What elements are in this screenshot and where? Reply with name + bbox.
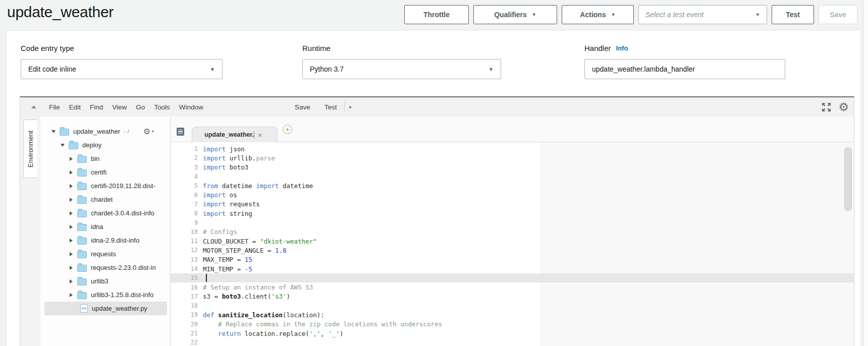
editor-test-menu[interactable]: Test [324, 103, 337, 111]
line-number: 7 [171, 201, 203, 208]
tree-item-urllib3[interactable]: urllib3 [44, 274, 167, 288]
tree-item-requests[interactable]: requests [44, 247, 167, 261]
text-cursor [206, 274, 207, 282]
tree-settings-gear-icon[interactable]: ⚙▾ [143, 128, 154, 136]
code-line-13: 13MAX_TEMP = 15 [171, 255, 854, 264]
test-button[interactable]: Test [772, 5, 814, 24]
line-number: 22 [171, 339, 203, 346]
collapse-panel-icon[interactable] [31, 105, 36, 108]
chevron-down-icon[interactable] [61, 144, 65, 147]
chevron-right-icon[interactable] [70, 239, 73, 243]
chevron-right-icon[interactable] [70, 252, 73, 256]
code-line-9: 9 [171, 218, 854, 227]
code-line-6: 6import os [171, 190, 854, 199]
chevron-right-icon[interactable] [70, 225, 73, 229]
environment-tab-label: Environment [27, 131, 34, 167]
chevron-down-icon: ▼ [755, 13, 760, 17]
line-number: 20 [171, 321, 203, 328]
line-number: 15 [171, 274, 203, 281]
tree-item-deploy[interactable]: deploy [44, 138, 167, 152]
chevron-right-icon[interactable] [70, 279, 73, 283]
line-number: 4 [171, 173, 203, 180]
tab-list-icon[interactable] [177, 128, 184, 136]
chevron-down-icon: ▼ [210, 67, 215, 72]
tree-item-label: deploy [82, 141, 101, 149]
tree-item-label: urllib3-1.25.8.dist-info [91, 291, 153, 299]
code-pane: update_weather. × + 1import json2import … [171, 117, 854, 346]
throttle-button[interactable]: Throttle [404, 5, 469, 24]
tree-item-label: certifi [91, 168, 106, 176]
code-line-12: 12MOTOR_STEP_ANGLE = 1.8 [171, 246, 854, 255]
fullscreen-icon[interactable] [821, 102, 832, 112]
runtime-label: Runtime [302, 44, 501, 52]
chevron-right-icon[interactable] [70, 157, 73, 161]
menu-view[interactable]: View [107, 103, 131, 111]
folder-icon [77, 265, 87, 272]
code-line-5: 5from datetime import datetime [171, 181, 854, 190]
menu-edit[interactable]: Edit [65, 103, 85, 111]
menu-go[interactable]: Go [131, 103, 149, 111]
editor-vertical-scrollbar[interactable] [844, 147, 852, 211]
chevron-right-icon[interactable] [70, 184, 73, 188]
chevron-down-icon: ▼ [611, 13, 616, 17]
code-line-19: 19def sanitize_location(location): [171, 310, 854, 319]
tree-item-label: idna-2.9.dist-info [91, 237, 139, 244]
menu-file[interactable]: File [44, 103, 65, 111]
runtime-group: Runtime Python 3.7 ▼ [302, 44, 501, 79]
page-scrollbar[interactable] [863, 0, 868, 346]
code-line-3: 3import boto3 [171, 163, 854, 172]
handler-info-link[interactable]: Info [616, 44, 628, 52]
chevron-right-icon[interactable] [70, 198, 73, 202]
tab-close-icon[interactable]: × [258, 131, 262, 139]
tree-item-certifi[interactable]: certifi [44, 165, 167, 179]
qualifiers-button[interactable]: Qualifiers ▼ [473, 5, 557, 24]
tree-item-idna[interactable]: idna [44, 220, 167, 234]
line-number: 3 [171, 164, 203, 171]
code-line-22: 22 [171, 338, 854, 346]
chevron-right-icon[interactable] [70, 211, 73, 215]
tree-item-update-weather-py[interactable]: <>update_weather.py [44, 302, 167, 315]
test-options-caret-icon[interactable]: ▾ [349, 104, 352, 110]
code-text: # Replace commas in the zip code locatio… [203, 320, 442, 328]
tree-item-certifi-2019-11-28-dist-[interactable]: certifi-2019.11.28.dist- [44, 179, 167, 193]
code-entry-type-select[interactable]: Edit code inline ▼ [21, 59, 223, 79]
tree-item-requests-2-23-0-dist-in[interactable]: requests-2.23.0.dist-in [44, 261, 167, 274]
handler-input[interactable] [584, 59, 785, 79]
line-number: 11 [171, 238, 203, 245]
tree-item-bin[interactable]: bin [44, 152, 167, 165]
folder-icon [77, 169, 87, 177]
tree-item-urllib3-1-25-8-dist-info[interactable]: urllib3-1.25.8.dist-info [44, 288, 167, 302]
test-label: Test [786, 11, 800, 19]
tree-item-update-weather[interactable]: update_weather- /⚙▾ [44, 125, 167, 138]
menu-window[interactable]: Window [175, 103, 208, 111]
tree-item-chardet-3-0-4-dist-info[interactable]: chardet-3.0.4.dist-info [44, 206, 167, 220]
editor-save-menu[interactable]: Save [295, 103, 310, 111]
code-editor-area[interactable]: 1import json2import urllib.parse3import … [171, 142, 854, 346]
tree-item-chardet[interactable]: chardet [44, 193, 167, 206]
tree-item-idna-2-9-dist-info[interactable]: idna-2.9.dist-info [44, 234, 167, 247]
test-event-select[interactable]: Select a test event ▼ [638, 5, 767, 24]
code-text: MOTOR_STEP_ANGLE = 1.8 [203, 247, 287, 254]
page-title: update_weather [7, 4, 114, 21]
code-text: import boto3 [203, 163, 248, 171]
chevron-right-icon[interactable] [70, 266, 73, 270]
new-tab-plus-icon[interactable]: + [283, 125, 292, 134]
editor-tabbar: update_weather. × + [171, 117, 854, 142]
chevron-right-icon[interactable] [70, 293, 73, 297]
code-line-11: 11CLOUD_BUCKET = "dkiot-weather" [171, 237, 854, 246]
save-button-disabled[interactable]: Save [819, 5, 857, 24]
code-text: # Setup an instance of AWS S3 [203, 283, 313, 291]
tree-item-label: update_weather.py [92, 305, 147, 312]
actions-button[interactable]: Actions ▼ [562, 5, 634, 24]
chevron-down-icon[interactable] [51, 130, 56, 133]
menu-find[interactable]: Find [85, 103, 107, 111]
editor-settings-gear-icon[interactable]: ⚙ [838, 101, 849, 113]
chevron-right-icon[interactable] [70, 170, 73, 175]
menu-tools[interactable]: Tools [149, 103, 175, 111]
code-line-21: 21 return location.replace(',', '_') [171, 329, 854, 338]
folder-icon [77, 251, 87, 258]
environment-tab[interactable]: Environment [23, 120, 37, 178]
tab-update-weather-py[interactable]: update_weather. × [192, 127, 278, 142]
runtime-select[interactable]: Python 3.7 ▼ [302, 59, 501, 79]
throttle-label: Throttle [423, 11, 450, 19]
